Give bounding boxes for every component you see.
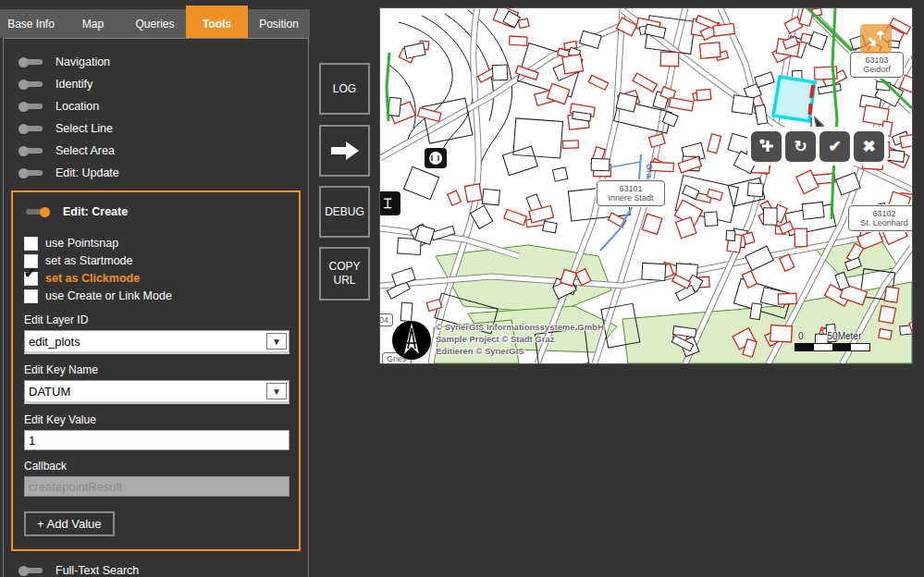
district-label-innere-stadt: 63101 Innere Stadt [597, 180, 665, 206]
toggle-label: Navigation [55, 55, 110, 68]
pan-arrows-icon [863, 27, 889, 51]
tab-tools[interactable]: Tools [186, 6, 248, 38]
toggle-switch-icon [18, 124, 43, 133]
debug-button[interactable]: DEBUG [319, 186, 370, 238]
toggle-label: Select Line [55, 122, 113, 135]
toggle-label: Select Area [55, 144, 115, 157]
toggle-switch-icon [18, 57, 43, 67]
field-label: Edit Key Name [24, 363, 290, 376]
copy-url-button[interactable]: COPY URL [319, 247, 370, 301]
tab-queries[interactable]: Queries [124, 9, 186, 38]
add-point-button[interactable] [751, 131, 782, 162]
pan-widget[interactable] [860, 24, 892, 54]
checkbox-use-pointsnap[interactable]: use Pointsnap [24, 235, 290, 252]
edit-key-value-input[interactable] [24, 430, 290, 450]
toggle-edit-create[interactable]: Edit: Create [26, 202, 290, 222]
toggle-switch-icon [18, 102, 43, 111]
edit-create-section: Edit: Create use Pointsnap set as Startm… [11, 190, 301, 551]
map-poi-symbol: I I [425, 148, 447, 168]
checkbox-label: use Pointsnap [45, 237, 118, 250]
tool-toggle-list-bottom: Full-Text Search Buffer [4, 560, 308, 577]
field-label: Edit Key Value [24, 413, 290, 426]
sidebar: Base Info Map Queries Tools Position Nav… [0, 0, 310, 577]
cancel-button[interactable]: ✖ [854, 131, 884, 162]
tool-toggle-list: Navigation Identify Location Select Line… [4, 39, 308, 183]
toggle-edit-update[interactable]: Edit: Update [18, 163, 308, 183]
toggle-switch-icon [18, 566, 43, 575]
toggle-location[interactable]: Location [18, 96, 308, 117]
field-label: Edit Layer ID [24, 313, 290, 326]
toggle-label: Edit: Update [55, 166, 119, 179]
right-arrow-icon [329, 140, 361, 162]
toggle-select-line[interactable]: Select Line [18, 118, 308, 139]
map-poi-symbol-tram: ⌶ [379, 191, 400, 215]
select-value: DATUM [25, 385, 266, 399]
scale-bar: 0 50Meter [795, 331, 887, 351]
toggle-label: Location [55, 100, 99, 113]
toggle-label: Identify [55, 78, 92, 91]
checkbox-icon [24, 289, 38, 303]
scale-bar-segments [795, 343, 870, 351]
toggle-switch-icon [18, 146, 43, 155]
add-value-button[interactable]: + Add Value [24, 511, 115, 536]
add-point-icon [758, 137, 776, 155]
toggle-switch-icon [18, 80, 43, 89]
field-label: Callback [24, 460, 290, 473]
field-edit-key-value: Edit Key Value [24, 413, 290, 450]
callback-input [24, 476, 290, 497]
north-arrow-icon [391, 319, 432, 362]
toggle-label: Full-Text Search [55, 564, 139, 577]
edit-layer-id-select[interactable]: edit_plots ▼ [24, 330, 290, 354]
chevron-down-icon[interactable]: ▼ [266, 383, 287, 399]
confirm-button[interactable]: ✔ [819, 131, 850, 162]
checkmark-icon: ✔ [828, 139, 841, 154]
checkbox-set-as-clickmode[interactable]: ✔ set as Clickmode [24, 270, 290, 287]
app-window: Base Info Map Queries Tools Position Nav… [0, 0, 924, 577]
chevron-down-icon[interactable]: ▼ [266, 333, 287, 350]
edit-create-options: use Pointsnap set as Startmode ✔ set as … [24, 235, 290, 304]
toggle-switch-icon [18, 168, 43, 178]
map-copyright: © SynerGIS Informationssysteme GmbH Samp… [436, 321, 604, 357]
tab-position[interactable]: Position [248, 9, 310, 38]
checkbox-icon [24, 237, 38, 251]
checkbox-use-create-or-link[interactable]: use Create or Link Mode [24, 288, 290, 304]
checkbox-label: set as Startmode [45, 254, 133, 267]
checkbox-checked-icon: ✔ [24, 272, 38, 286]
scale-max-label: 50Meter [828, 331, 862, 341]
district-label-geidorf: 63103 Geidorf [850, 52, 904, 78]
toggle-full-text-search[interactable]: Full-Text Search [18, 560, 308, 577]
tools-panel: Navigation Identify Location Select Line… [3, 38, 309, 577]
toggle-switch-on-icon [26, 207, 50, 216]
select-value: edit_plots [25, 335, 266, 349]
edit-feature-toolbar: ↻ ✔ ✖ [747, 127, 888, 166]
field-callback: Callback [24, 460, 290, 497]
map-viewport[interactable]: Grazbach 63103 Geidorf 63101 Innere Stad… [379, 7, 913, 364]
checkbox-label: use Create or Link Mode [45, 289, 172, 302]
scale-zero-label: 0 [798, 331, 804, 341]
checkbox-label: set as Clickmode [45, 272, 140, 285]
tab-map[interactable]: Map [62, 9, 124, 38]
checkbox-set-as-startmode[interactable]: set as Startmode [24, 252, 290, 269]
reset-button[interactable]: ↻ [785, 131, 816, 162]
toggle-navigation[interactable]: Navigation [18, 52, 308, 72]
section-title: Edit: Create [63, 205, 128, 218]
refresh-icon: ↻ [794, 139, 807, 154]
field-edit-key-name: Edit Key Name DATUM ▼ [24, 363, 290, 404]
field-edit-layer-id: Edit Layer ID edit_plots ▼ [24, 313, 290, 354]
district-label-st-leonhard: 63102 St. Leonhard [848, 205, 913, 231]
log-button[interactable]: LOG [319, 63, 370, 115]
toggle-select-area[interactable]: Select Area [18, 141, 308, 161]
next-arrow-button[interactable] [319, 125, 370, 177]
toggle-identify[interactable]: Identify [18, 74, 308, 94]
edit-key-name-select[interactable]: DATUM ▼ [24, 380, 290, 404]
tab-base-info[interactable]: Base Info [0, 9, 62, 38]
close-icon: ✖ [862, 139, 875, 154]
tab-bar: Base Info Map Queries Tools Position [0, 9, 310, 38]
